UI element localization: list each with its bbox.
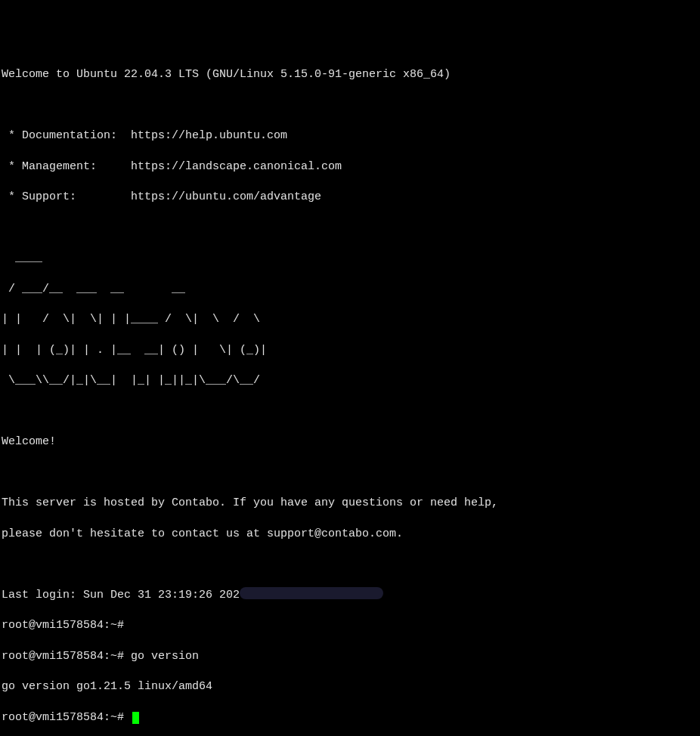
redacted-ip [240, 587, 383, 599]
terminal-cursor[interactable] [132, 712, 139, 724]
motd-welcome-text: Welcome! [2, 434, 698, 450]
motd-documentation: * Documentation: https://help.ubuntu.com [2, 128, 698, 144]
shell-prompt: root@vmi1578584:~# [2, 650, 131, 663]
ascii-art-line: / ___/__ ___ __ __ [2, 282, 698, 297]
blank-line [2, 465, 698, 481]
motd-hosted-text: This server is hosted by Contabo. If you… [2, 496, 698, 511]
shell-prompt: root@vmi1578584:~# [2, 711, 131, 724]
motd-support: * Support: https://ubuntu.com/advantage [2, 190, 698, 205]
motd-management: * Management: https://landscape.canonica… [2, 159, 698, 175]
last-login-text: Last login: Sun Dec 31 23:19:26 202 [2, 589, 240, 601]
blank-line [2, 221, 698, 236]
blank-line [2, 404, 698, 419]
last-login-line: Last login: Sun Dec 31 23:19:26 202 [2, 588, 698, 603]
prompt-line-empty: root@vmi1578584:~# [2, 618, 698, 633]
ascii-art-line: | | | (_)| | . |__ __| () | \| (_)| [2, 343, 698, 358]
command-output: go version go1.21.5 linux/amd64 [2, 679, 698, 694]
blank-line [2, 557, 698, 572]
shell-prompt: root@vmi1578584:~# [2, 619, 124, 632]
ascii-art-line: | | / \| \| | |____ / \| \ / \ [2, 312, 698, 327]
terminal-window[interactable]: Welcome to Ubuntu 22.04.3 LTS (GNU/Linux… [2, 67, 698, 725]
motd-contact-text: please don't hesitate to contact us at s… [2, 527, 698, 542]
motd-welcome: Welcome to Ubuntu 22.04.3 LTS (GNU/Linux… [2, 67, 698, 82]
prompt-line-command: root@vmi1578584:~# go version [2, 649, 698, 664]
ascii-art-line: \___\\__/|_|\__| |_| |_||_|\___/\__/ [2, 373, 698, 388]
blank-line [2, 98, 698, 113]
command-text: go version [131, 650, 199, 663]
ascii-art-line: ____ [2, 251, 698, 266]
prompt-line-active[interactable]: root@vmi1578584:~# [2, 710, 698, 725]
